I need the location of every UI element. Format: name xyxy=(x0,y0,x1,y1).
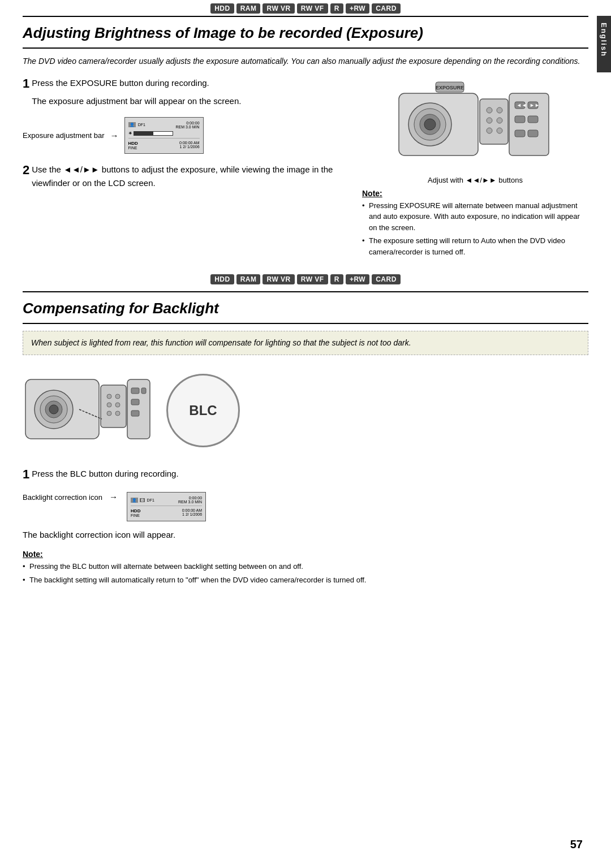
screen-text-small: DF1 xyxy=(138,123,145,127)
svg-point-11 xyxy=(497,107,502,113)
note-item-2-1: Pressing the BLC button will alternate b… xyxy=(23,561,588,572)
step2-text: Use the ◄◄/►► buttons to adjust the expo… xyxy=(32,163,345,190)
section1-title: Adjusting Brightness of Image to be reco… xyxy=(23,24,588,43)
fine-label: FINE xyxy=(128,146,137,150)
backlight-label-container: Backlight correction icon → xyxy=(23,492,118,502)
camera-svg-section1: EXPOSURE xyxy=(396,76,554,172)
person-icon: 👤 xyxy=(128,122,136,127)
side-tab-english: English xyxy=(597,16,611,72)
screen-icons-left: 👤 DF1 xyxy=(128,122,145,127)
svg-point-27 xyxy=(49,405,58,414)
svg-point-9 xyxy=(487,118,492,123)
badge2-rwvr: RW VR xyxy=(263,274,294,284)
backlight-step1-row: 1 Press the BLC button during recording. xyxy=(23,467,588,485)
svg-rect-7 xyxy=(480,99,508,144)
screen-mockup-exposure: 👤 DF1 0:00:00 REM 3.0 MIN ☀ xyxy=(124,117,204,154)
svg-text:◄◄: ◄◄ xyxy=(517,102,527,108)
backlight-arrow: → xyxy=(109,492,118,502)
note-title-1: Note: xyxy=(362,189,588,198)
bl-icons-left: 👤 B DF1 xyxy=(131,498,154,503)
note-item-1-1: Pressing EXPOSURE will alternate between… xyxy=(362,200,588,234)
backlight-step1: 1 Press the BLC button during recording.… xyxy=(23,467,588,542)
exposure-bar-label: Exposure adjustment bar xyxy=(23,131,105,140)
side-tab-label: English xyxy=(600,23,608,57)
exposure-bar-screen: ☀ xyxy=(128,131,200,136)
note-label-2: Note: xyxy=(23,550,43,559)
hdd-icon-bottom: HDD FINE xyxy=(128,141,138,150)
blc-camera-svg xyxy=(23,365,153,456)
section2-divider-top xyxy=(23,291,588,292)
section2: HDD RAM RW VR RW VF R +RW CARD Compensat… xyxy=(23,271,588,585)
exposure-bar-row: Exposure adjustment bar → 👤 DF1 0:00:00 … xyxy=(23,117,345,154)
backlight-step1-number: 1 xyxy=(23,467,29,482)
badge2-hdd: HDD xyxy=(210,274,234,284)
time-display: 0:00:00 AM 1 2/ 1/2006 xyxy=(179,141,199,150)
screen-divider xyxy=(128,138,200,139)
badge2-ram: RAM xyxy=(236,274,261,284)
svg-text:►►: ►► xyxy=(530,102,540,108)
svg-rect-19 xyxy=(515,130,525,137)
step1-text2: The exposure adjustment bar will appear … xyxy=(32,94,241,108)
svg-point-12 xyxy=(497,118,502,123)
section1-intro: The DVD video camera/recorder usually ad… xyxy=(23,55,588,67)
note-item-1-2: The exposure setting will return to Auto… xyxy=(362,235,588,257)
bl-date: 1 2/ 1/2006 xyxy=(182,512,202,516)
section1-left: 1 Press the EXPOSURE button during recor… xyxy=(23,76,345,260)
svg-text:EXPOSURE: EXPOSURE xyxy=(436,85,464,90)
note-label-1: Note: xyxy=(362,189,382,198)
arrow-right: → xyxy=(110,131,119,140)
svg-rect-38 xyxy=(131,399,139,405)
time-text: 0:00:00 AM xyxy=(179,141,199,145)
backlight-bar-label: Backlight correction icon xyxy=(23,493,102,502)
blc-circle: BLC xyxy=(166,374,240,447)
screen-bottom-row: HDD FINE 0:00:00 AM 1 2/ 1/2006 xyxy=(128,141,200,150)
bl-screen-divider xyxy=(131,506,202,506)
note-title-2: Note: xyxy=(23,550,588,559)
badge-prw: +RW xyxy=(346,3,369,14)
section2-intro: When subject is lighted from rear, this … xyxy=(23,331,588,355)
backlight-bar-row: Backlight correction icon → 👤 B DF1 0:00… xyxy=(23,492,588,521)
badge2-card: CARD xyxy=(372,274,401,284)
date-text: 1 2/ 1/2006 xyxy=(179,145,199,149)
bl-fine-label: FINE xyxy=(131,513,140,517)
blc-diagram: BLC xyxy=(23,365,588,456)
svg-rect-17 xyxy=(515,116,525,123)
bl-screen-top-row: 👤 B DF1 0:00:00 REM 3.0 MIN xyxy=(131,496,202,504)
svg-point-31 xyxy=(107,411,111,416)
svg-rect-28 xyxy=(101,385,126,427)
note-section2: Note: Pressing the BLC button will alter… xyxy=(23,550,588,585)
section2-title: Compensating for Backlight xyxy=(23,299,588,318)
svg-rect-36 xyxy=(131,388,139,394)
section1-divider-top xyxy=(23,16,588,17)
hdd-label: HDD xyxy=(128,141,138,146)
svg-rect-20 xyxy=(528,130,538,137)
backlight-appear-text: The backlight correction icon will appea… xyxy=(23,528,588,542)
section1-two-col: 1 Press the EXPOSURE button during recor… xyxy=(23,76,588,260)
note-list-1: Pressing EXPOSURE will alternate between… xyxy=(362,200,588,258)
svg-rect-39 xyxy=(131,411,139,416)
bl-time-display: 0:00:00 AM 1 2/ 1/2006 xyxy=(182,508,202,517)
svg-rect-37 xyxy=(141,388,146,394)
section1-right: EXPOSURE xyxy=(362,76,588,260)
section1-divider-bottom xyxy=(23,47,588,49)
svg-point-32 xyxy=(115,394,120,399)
bar-track xyxy=(134,131,173,136)
bl-counter: 0:00:00 xyxy=(178,496,202,500)
badge-rwvf: RW VF xyxy=(297,3,328,14)
svg-point-33 xyxy=(115,403,120,407)
exposure-icon: ☀ xyxy=(128,131,132,136)
badge-card: CARD xyxy=(372,3,401,14)
note-section1: Note: Pressing EXPOSURE will alternate b… xyxy=(362,189,588,258)
badge-rwvr: RW VR xyxy=(263,3,294,14)
screen-top-row: 👤 DF1 0:00:00 REM 3.0 MIN xyxy=(128,121,200,129)
bl-correction-icon: B xyxy=(140,498,145,502)
svg-point-29 xyxy=(107,394,111,399)
badge-r: R xyxy=(330,3,343,14)
step2-number: 2 xyxy=(23,163,29,178)
counter-display: 0:00:00 xyxy=(176,121,200,125)
svg-point-34 xyxy=(115,411,120,416)
screen-text-right-top: 0:00:00 REM 3.0 MIN xyxy=(176,121,200,129)
step1-text1: Press the EXPOSURE button during recordi… xyxy=(32,76,241,90)
badge2-rwvf: RW VF xyxy=(297,274,328,284)
top-badge-bar: HDD RAM RW VR RW VF R +RW CARD xyxy=(0,0,611,16)
